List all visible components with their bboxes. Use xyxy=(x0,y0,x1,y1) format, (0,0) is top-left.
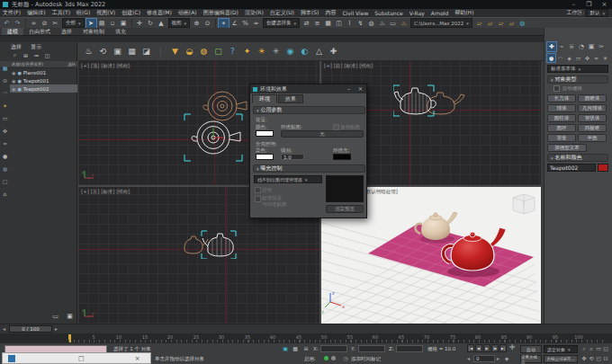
enable-dot-grey[interactable] xyxy=(331,356,336,360)
viewport-top-label[interactable]: [+] [顶] [标准] [线框] xyxy=(81,63,130,69)
curve-editor-icon[interactable]: ⌇ xyxy=(345,19,355,28)
reference-coordsys-dropdown[interactable]: 视图 xyxy=(168,18,191,28)
orbit-icon[interactable]: ⟲ xyxy=(588,354,595,362)
view-cube[interactable] xyxy=(513,194,535,214)
pan-icon[interactable]: ✥ xyxy=(580,354,588,362)
menu-item[interactable]: 组(G) xyxy=(76,9,90,17)
play-button[interactable]: ▶ xyxy=(483,344,490,352)
pivot-icon[interactable]: ⊕ xyxy=(192,19,202,28)
bind-to-spacewarp-icon[interactable]: ✂ xyxy=(50,19,60,28)
filter-materials-icon[interactable]: ▢ xyxy=(1,174,9,187)
primitive-button[interactable]: 圆柱体 xyxy=(547,114,576,122)
help-icon[interactable]: ? xyxy=(227,46,238,58)
sun-icon[interactable]: ☀ xyxy=(256,46,267,58)
ribbon-toggle-icon[interactable]: ◫ xyxy=(334,19,344,28)
enable-dot-green[interactable] xyxy=(324,356,328,360)
explorer-search-icon[interactable]: ⌕ xyxy=(11,51,19,58)
orbit-arrows-icon[interactable]: ⟲ xyxy=(97,46,109,58)
process-bg-checkbox[interactable] xyxy=(255,196,261,202)
viewport-front-label[interactable]: [+] [前] [标准] [线框] xyxy=(324,63,374,69)
align-icon[interactable]: ≡ xyxy=(312,19,322,28)
minimize-button[interactable]: – xyxy=(566,0,581,9)
zoom-all-icon[interactable]: ⌗ xyxy=(588,344,595,352)
explorer-dock-icon[interactable]: ▭ xyxy=(50,312,60,321)
active-checkbox[interactable] xyxy=(255,187,261,193)
ambient-color-swatch[interactable] xyxy=(333,154,351,160)
shapes-cat-icon[interactable]: ◠ xyxy=(556,54,564,62)
use-map-checkbox[interactable] xyxy=(333,124,339,130)
filter-all-icon[interactable]: ▦ xyxy=(1,61,9,74)
next-frame-arrow[interactable]: ▸ xyxy=(55,325,58,332)
maximize-viewport-icon[interactable]: ◰ xyxy=(595,354,602,362)
selection-lock-icon[interactable]: ▩ xyxy=(292,344,299,352)
rollout-exposure-control[interactable]: 曝光控制 xyxy=(253,164,365,173)
isolate-icon[interactable]: ⊡ xyxy=(602,354,609,362)
folder-icon[interactable]: ▱ xyxy=(485,19,495,28)
popup-maximize[interactable]: □ xyxy=(78,355,85,362)
gear-icon[interactable]: ✳ xyxy=(270,46,282,58)
isolate-selection-icon[interactable]: ▣ xyxy=(282,344,289,352)
filter-lights-icon[interactable]: ✦ xyxy=(1,99,9,111)
background-color-swatch[interactable] xyxy=(256,130,274,137)
star-icon[interactable]: ✦ xyxy=(241,46,253,58)
undo-icon[interactable]: ↶ xyxy=(2,19,12,28)
redo-icon[interactable]: ↷ xyxy=(13,19,22,28)
rendered-frame-icon[interactable]: ▭ xyxy=(388,19,398,28)
zoom-region-icon[interactable]: ◱ xyxy=(602,344,609,352)
named-selection-sets-dropdown[interactable]: 创建选择集 xyxy=(263,18,300,28)
y-coordinate-field[interactable] xyxy=(358,345,385,352)
filter-bones-icon[interactable]: ● xyxy=(1,149,9,162)
explorer-menu-select[interactable]: 选择 xyxy=(11,43,22,51)
scene-object-row[interactable]: ◉ ● Teapot002 xyxy=(10,84,77,93)
cameras-cat-icon[interactable]: ▭ xyxy=(574,54,582,62)
filter-spacewarps-icon[interactable]: ≈ xyxy=(1,137,9,149)
display-tab-icon[interactable]: ▣ xyxy=(587,42,596,51)
lightbulb-icon[interactable]: ◍ xyxy=(198,46,210,58)
utilities-tab-icon[interactable]: ✑ xyxy=(597,42,606,51)
ribbon-collapsed-panel[interactable]: 多边形建模 xyxy=(0,35,544,42)
menu-item[interactable]: 自定义(U) xyxy=(270,9,294,17)
sphere-icon[interactable]: ◐ xyxy=(299,46,310,58)
frame-next-arrow[interactable]: ▸ xyxy=(497,355,500,361)
menu-item[interactable]: 渲染(R) xyxy=(245,9,264,17)
geometry-cat-icon[interactable]: ● xyxy=(547,54,555,62)
rollout-name-color[interactable]: 名称和颜色 xyxy=(547,154,608,162)
maximize-button[interactable]: ❐ xyxy=(581,0,597,9)
new-folder-icon[interactable]: ▱ xyxy=(474,19,484,28)
filter-helpers-icon[interactable]: ✜ xyxy=(1,124,9,137)
filter-cameras-icon[interactable]: ▭ xyxy=(1,111,9,124)
image-icon[interactable]: ▦ xyxy=(126,46,138,58)
rollout-object-type[interactable]: 对象类型 xyxy=(547,75,608,84)
schematic-view-icon[interactable]: ↯ xyxy=(356,19,365,28)
spinner-snap-icon[interactable]: ≈ xyxy=(251,19,261,28)
filter-groups-icon[interactable]: ⌂ xyxy=(1,187,9,200)
lights-cat-icon[interactable]: ◈ xyxy=(565,54,573,62)
primitive-button[interactable]: 长方体 xyxy=(547,94,576,102)
ribbon-tab-populate[interactable]: 填充 xyxy=(110,28,131,35)
link-icon[interactable]: ∞ xyxy=(29,19,39,28)
menu-item[interactable]: 文件(F) xyxy=(3,9,21,17)
tab-effects[interactable]: 效果 xyxy=(278,94,303,103)
selection-set-dropdown[interactable]: 选定对象 xyxy=(544,345,578,353)
funnel-icon[interactable]: ▼ xyxy=(169,46,181,58)
hierarchy-tab-icon[interactable]: ⌸ xyxy=(567,42,576,51)
scale-icon[interactable]: ▲ xyxy=(157,19,166,28)
menu-item[interactable]: Civil View xyxy=(342,10,368,16)
explorer-columns-icon[interactable]: ◫ xyxy=(43,51,51,58)
unlink-icon[interactable]: ⊘ xyxy=(40,19,50,28)
primitive-button[interactable]: 四棱锥 xyxy=(578,124,607,132)
visibility-icon[interactable]: ◉ xyxy=(12,86,15,92)
explorer-header[interactable]: 名称(按升序排序) 冻结 xyxy=(0,61,77,68)
tab-environment[interactable]: 环境 xyxy=(252,94,277,103)
next-frame-button[interactable]: |▶ xyxy=(491,344,499,352)
primitive-button[interactable]: 加强型文本 xyxy=(547,144,587,152)
angle-snap-icon[interactable]: ∠ xyxy=(230,19,239,28)
teapot001-shaded[interactable] xyxy=(415,212,457,244)
go-end-button[interactable]: ▶| xyxy=(500,344,507,352)
filter-containers-icon[interactable]: ◍ xyxy=(1,162,9,174)
exposure-control-dropdown[interactable]: 找不到位图代理管理器 xyxy=(254,175,322,183)
move-icon[interactable]: ✛ xyxy=(135,19,145,28)
teapot-render-icon[interactable]: ♨ xyxy=(83,46,94,58)
menu-item[interactable]: 编辑(E) xyxy=(27,9,45,17)
key-filters-button[interactable]: 关键点过滤器... xyxy=(544,355,578,363)
